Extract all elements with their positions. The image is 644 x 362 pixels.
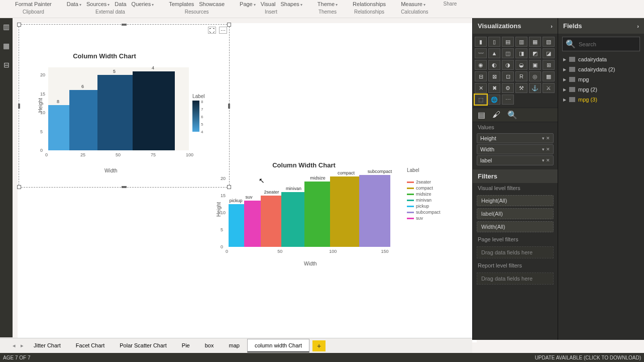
vis-type-button[interactable]: ▯ <box>488 37 500 47</box>
legend-item[interactable]: subcompact <box>407 210 441 215</box>
expand-icon[interactable]: ▶ <box>563 98 566 102</box>
page-tab[interactable]: box <box>197 339 222 352</box>
vis-type-button[interactable]: ✕ <box>475 83 487 93</box>
chart-bar[interactable] <box>359 175 390 247</box>
format-tab-icon[interactable]: 🖌 <box>492 110 500 120</box>
page-tab[interactable]: Polar Scatter Chart <box>112 339 174 352</box>
add-page-button[interactable]: + <box>312 340 326 351</box>
vis-type-button[interactable]: ◫ <box>502 48 514 58</box>
expand-icon[interactable]: ▶ <box>563 77 566 82</box>
field-dropdown-icon[interactable]: ▾ ✕ <box>542 136 550 141</box>
field-well[interactable]: Width▾ ✕ <box>477 144 554 154</box>
vis-type-button[interactable]: ⚙ <box>502 83 514 93</box>
shapes-menu[interactable]: Shapes <box>281 0 302 8</box>
page-tab[interactable]: Jitter Chart <box>26 339 68 352</box>
field-table[interactable]: ▶cadairydata (2) <box>558 64 644 74</box>
vis-type-button[interactable]: R <box>515 71 527 81</box>
fields-search[interactable]: 🔍 <box>562 37 640 51</box>
chart-bar[interactable] <box>304 182 331 247</box>
expand-icon[interactable]: ▶ <box>563 87 566 92</box>
vis-type-button[interactable]: ◉ <box>475 60 487 70</box>
report-canvas[interactable]: ⛶ ⋯ Column Width Chart 8654 Height Width… <box>18 23 477 342</box>
vis-type-button[interactable]: ⚔ <box>543 83 555 93</box>
legend-item[interactable]: 2seater <box>407 179 441 185</box>
chart-bar[interactable] <box>229 204 244 247</box>
chart-bar[interactable] <box>69 90 97 150</box>
chart-bar[interactable] <box>261 196 281 247</box>
visualizations-header[interactable]: Visualizations › <box>473 18 558 34</box>
vis-type-button[interactable]: ⊞ <box>543 60 555 70</box>
fields-tab-icon[interactable]: ▤ <box>478 110 485 120</box>
resize-handle[interactable] <box>122 24 127 26</box>
sources-menu[interactable]: Sources <box>86 0 110 8</box>
field-dropdown-icon[interactable]: ▾ ✕ <box>542 158 550 163</box>
field-table[interactable]: ▶mpg (2) <box>558 84 644 95</box>
vis-type-button[interactable]: ⊟ <box>475 71 487 81</box>
chart-bar[interactable] <box>48 105 69 150</box>
report-filter-dropzone[interactable]: Drag data fields here <box>477 273 554 285</box>
model-view-icon[interactable]: ⊟ <box>2 60 11 69</box>
format-painter-button[interactable]: Format Painter <box>15 0 52 8</box>
templates-button[interactable]: Templates <box>169 0 194 8</box>
legend-item[interactable]: pickup <box>407 204 441 209</box>
expand-icon[interactable]: ▶ <box>563 67 566 72</box>
field-dropdown-icon[interactable]: ▾ ✕ <box>542 147 550 152</box>
vis-type-button[interactable]: ◪ <box>543 48 555 58</box>
field-well[interactable]: label▾ ✕ <box>477 155 554 165</box>
data-button[interactable]: Data <box>115 0 126 8</box>
chart-bar[interactable] <box>281 192 304 247</box>
vis-type-button[interactable]: 〰 <box>475 48 487 58</box>
legend-item[interactable]: compact <box>407 186 441 191</box>
vis-type-button[interactable]: ◨ <box>515 48 527 58</box>
visual-container-1[interactable]: ⛶ ⋯ Column Width Chart 8654 Height Width… <box>19 24 230 188</box>
vis-type-button[interactable]: ⚒ <box>515 83 527 93</box>
field-table[interactable]: ▶cadairydata <box>558 54 644 64</box>
page-tab[interactable]: map <box>221 339 247 352</box>
vis-type-button[interactable]: ◒ <box>515 60 527 70</box>
vis-type-button[interactable]: ⋯ <box>502 95 514 105</box>
vis-type-button[interactable]: ⊠ <box>488 71 500 81</box>
page-tab[interactable]: Pie <box>174 339 197 352</box>
expand-icon[interactable]: ▶ <box>563 57 566 62</box>
page-filter-dropzone[interactable]: Drag data fields here <box>477 246 554 258</box>
chart-bar[interactable] <box>330 176 359 247</box>
relationships-button[interactable]: Relationships <box>353 0 386 8</box>
status-update-link[interactable]: UPDATE AVAILABLE (CLICK TO DOWNLOAD) <box>535 355 641 360</box>
field-table[interactable]: ▶mpg <box>558 74 644 84</box>
focus-mode-icon[interactable]: ⛶ <box>208 27 216 34</box>
theme-menu[interactable]: Theme <box>317 0 338 8</box>
resize-handle[interactable] <box>17 23 21 27</box>
tab-nav-prev[interactable]: ◂ <box>10 342 18 349</box>
visual-button[interactable]: Visual <box>261 0 276 8</box>
vis-type-button[interactable]: ◑ <box>502 60 514 70</box>
chart-bar[interactable] <box>133 71 175 151</box>
vis-type-button[interactable]: ◐ <box>488 60 500 70</box>
visual-container-2[interactable]: Column Width Chart pickupsuv2seaterminiv… <box>208 156 455 302</box>
vis-type-button[interactable]: ⚓ <box>529 83 541 93</box>
search-input[interactable] <box>579 41 636 47</box>
resize-handle[interactable] <box>227 23 231 27</box>
filter-pill[interactable]: Width(All) <box>477 221 554 232</box>
resize-handle[interactable] <box>122 186 127 188</box>
chart-bar[interactable] <box>97 75 133 150</box>
vis-type-button[interactable]: ✖ <box>488 83 500 93</box>
vis-type-button[interactable]: ▧ <box>543 37 555 47</box>
vis-type-button[interactable]: ▥ <box>515 37 527 47</box>
field-well[interactable]: Height▾ ✕ <box>477 133 554 143</box>
vis-type-button[interactable]: ▩ <box>543 71 555 81</box>
page-tab[interactable]: Facet Chart <box>68 339 112 352</box>
collapse-icon[interactable]: › <box>551 23 553 29</box>
fields-header[interactable]: Fields › <box>558 18 644 34</box>
tab-nav-next[interactable]: ▸ <box>18 342 26 349</box>
vis-type-button[interactable]: 🌐 <box>488 95 500 105</box>
data-view-icon[interactable]: ▦ <box>2 41 11 50</box>
field-table[interactable]: ▶mpg (3) <box>558 95 644 105</box>
vis-type-button[interactable]: ◎ <box>529 71 541 81</box>
measure-menu[interactable]: Measure <box>401 0 425 8</box>
more-options-icon[interactable]: ⋯ <box>219 27 227 34</box>
analytics-tab-icon[interactable]: 🔍 <box>507 110 517 120</box>
legend-item[interactable]: midsize <box>407 192 441 197</box>
collapse-icon[interactable]: › <box>637 23 639 29</box>
legend-item[interactable]: suv <box>407 216 441 221</box>
vis-type-button[interactable]: ▲ <box>488 48 500 58</box>
